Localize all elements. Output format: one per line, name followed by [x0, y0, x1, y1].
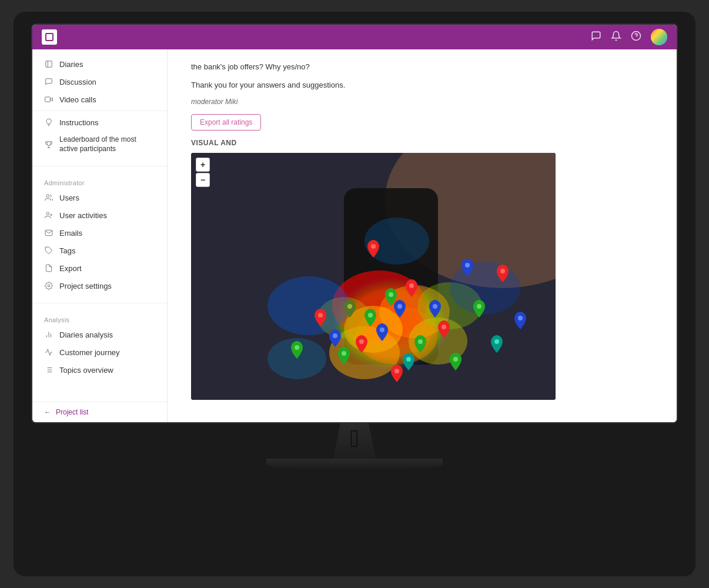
sidebar-label-users: Users [59, 193, 79, 202]
sidebar-item-customer-journey[interactable]: Customer journey [32, 343, 167, 361]
section-title: VISUAL AND [191, 139, 653, 147]
sidebar-label-project-settings: Project settings [59, 282, 112, 290]
top-bar-icons [591, 29, 667, 45]
arrow-left-icon: ← [44, 408, 51, 416]
user-avatar[interactable] [651, 29, 667, 45]
svg-point-49 [342, 351, 346, 356]
topics-icon [44, 365, 53, 375]
heatmap-svg [191, 153, 556, 400]
settings-icon [44, 281, 53, 290]
project-list-label: Project list [56, 408, 88, 416]
sidebar-item-diaries-analysis[interactable]: Diaries analysis [32, 326, 167, 343]
svg-point-42 [442, 325, 446, 329]
analysis-section-label: Analysis [32, 312, 167, 326]
sidebar-label-video-calls: Video calls [59, 95, 96, 104]
svg-point-40 [409, 283, 414, 288]
lightbulb-icon [44, 118, 53, 127]
sidebar-nav-section: Diaries Discussion [32, 49, 167, 163]
moderator-label: moderator Miki [191, 98, 653, 106]
sidebar-item-project-settings[interactable]: Project settings [32, 277, 167, 295]
sidebar-item-tags[interactable]: Tags [32, 242, 167, 259]
svg-point-47 [368, 313, 373, 318]
svg-point-45 [394, 369, 399, 373]
zoom-out-button[interactable]: − [196, 173, 210, 187]
sidebar-label-discussion: Discussion [59, 78, 96, 86]
sidebar-label-tags: Tags [59, 246, 75, 255]
divider-analysis [32, 303, 167, 303]
sidebar-item-user-activities[interactable]: User activities [32, 206, 167, 224]
svg-point-7 [46, 212, 49, 215]
app-window: Diaries Discussion [32, 25, 677, 422]
heatmap-controls: + − [196, 158, 210, 187]
thanks-text: Thank you for your answers and suggestio… [191, 79, 653, 92]
sidebar: Diaries Discussion [32, 49, 168, 422]
sidebar-label-emails: Emails [59, 229, 82, 238]
sidebar-item-users[interactable]: Users [32, 189, 167, 206]
svg-point-50 [453, 357, 458, 362]
zoom-in-button[interactable]: + [196, 158, 210, 172]
svg-point-34 [267, 276, 350, 335]
help-icon[interactable] [631, 31, 641, 44]
export-icon [44, 263, 53, 273]
sidebar-item-diaries[interactable]: Diaries [32, 55, 167, 73]
svg-point-54 [380, 328, 384, 332]
svg-point-61 [347, 304, 352, 309]
svg-point-57 [518, 316, 523, 320]
svg-point-53 [397, 304, 402, 309]
sidebar-label-user-activities: User activities [59, 211, 107, 220]
screen-bezel: Diaries Discussion [31, 24, 678, 423]
intro-text: the bank's job offers? Why yes/no? [191, 61, 653, 74]
logo-inner [45, 33, 53, 41]
content-area: the bank's job offers? Why yes/no? Thank… [168, 49, 677, 422]
sidebar-item-instructions[interactable]: Instructions [32, 113, 167, 131]
chart-bar-icon [44, 330, 53, 339]
divider-admin [32, 166, 167, 166]
svg-point-39 [371, 244, 376, 249]
admin-section-label: Administrator [32, 175, 167, 189]
svg-point-58 [465, 263, 470, 268]
heatmap-container: + − [191, 153, 556, 400]
svg-point-46 [389, 292, 393, 297]
email-icon [44, 228, 53, 238]
svg-point-44 [500, 269, 505, 273]
svg-point-11 [48, 285, 50, 287]
activity-icon [44, 211, 53, 220]
svg-point-51 [477, 304, 481, 309]
sidebar-item-leaderboard[interactable]: Leaderboard of the most active participa… [32, 131, 167, 158]
sidebar-item-emails[interactable]: Emails [32, 224, 167, 242]
svg-point-43 [318, 313, 323, 318]
main-layout: Diaries Discussion [32, 49, 677, 422]
chat-icon[interactable] [591, 31, 601, 44]
svg-point-48 [418, 339, 423, 344]
app-logo[interactable] [42, 29, 57, 45]
sidebar-label-leaderboard: Leaderboard of the most active participa… [59, 135, 155, 153]
heatmap-image [191, 153, 556, 400]
sidebar-label-instructions: Instructions [59, 118, 98, 127]
sidebar-item-topics-overview[interactable]: Topics overview [32, 361, 167, 379]
sidebar-label-customer-journey: Customer journey [59, 348, 120, 357]
top-bar [32, 25, 677, 49]
journey-icon [44, 348, 53, 357]
project-list-link[interactable]: ← Project list [44, 408, 155, 416]
video-icon [44, 95, 53, 104]
svg-marker-4 [50, 98, 52, 101]
sidebar-item-discussion[interactable]: Discussion [32, 73, 167, 91]
discussion-icon [44, 77, 53, 86]
svg-point-59 [406, 357, 411, 362]
svg-point-35 [450, 262, 520, 315]
svg-point-60 [494, 339, 499, 344]
book-icon [44, 59, 53, 69]
sidebar-label-diaries-analysis: Diaries analysis [59, 330, 113, 339]
sidebar-label-diaries: Diaries [59, 60, 83, 69]
users-icon [44, 193, 53, 202]
svg-rect-2 [46, 61, 52, 68]
sidebar-item-video-calls[interactable]: Video calls [32, 91, 167, 108]
sidebar-item-export[interactable]: Export [32, 259, 167, 277]
svg-point-41 [359, 339, 364, 344]
bell-icon[interactable] [611, 31, 621, 44]
svg-rect-5 [45, 97, 51, 102]
export-ratings-button[interactable]: Export all ratings [191, 114, 261, 131]
svg-point-55 [433, 304, 437, 309]
svg-point-52 [295, 345, 299, 350]
sidebar-footer: ← Project list [32, 402, 167, 422]
